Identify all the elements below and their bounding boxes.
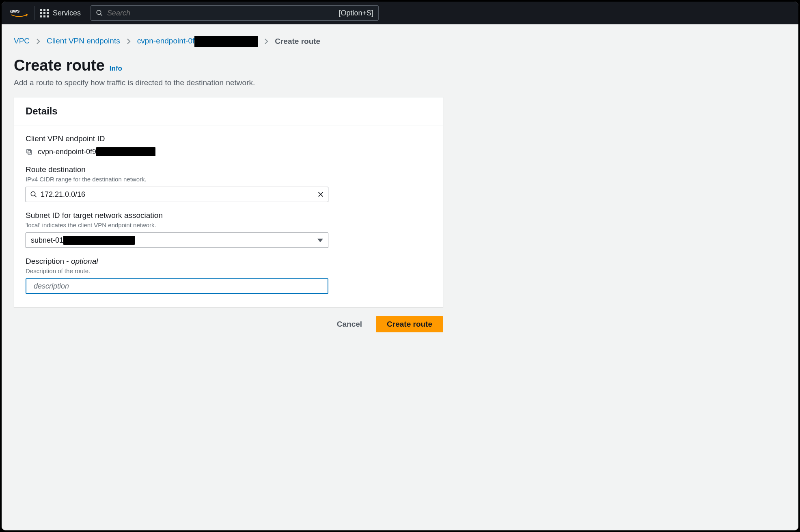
svg-rect-4 — [27, 149, 30, 153]
svg-line-2 — [100, 14, 102, 16]
global-search[interactable]: [Option+S] — [91, 5, 379, 21]
page-subtitle: Add a route to specify how traffic is di… — [14, 78, 786, 87]
subnet-id-help: 'local' indicates the client VPN endpoin… — [26, 222, 431, 228]
panel-title: Details — [26, 106, 431, 117]
subnet-id-label: Subnet ID for target network association — [26, 211, 431, 220]
search-input[interactable] — [103, 9, 339, 17]
endpoint-id-prefix: cvpn-endpoint-0f9 — [38, 148, 96, 156]
search-icon — [96, 9, 103, 17]
top-nav: aws Services [Option+S] — [2, 2, 798, 24]
page-title-row: Create route Info — [14, 57, 786, 74]
redacted-block — [63, 236, 135, 245]
cancel-button[interactable]: Cancel — [333, 317, 366, 332]
aws-logo[interactable]: aws — [10, 4, 28, 22]
breadcrumb: VPC Client VPN endpoints cvpn-endpoint-0… — [14, 36, 786, 47]
breadcrumb-endpoint-id-prefix[interactable]: cvpn-endpoint-0f — [137, 37, 195, 46]
description-input[interactable] — [30, 282, 323, 291]
description-label-optional: optional — [71, 257, 98, 265]
endpoint-id-label: Client VPN endpoint ID — [26, 134, 431, 143]
grid-icon — [40, 9, 49, 17]
services-label: Services — [53, 9, 81, 17]
chevron-right-icon — [264, 38, 268, 45]
route-destination-input[interactable] — [37, 190, 317, 199]
route-destination-label: Route destination — [26, 165, 431, 174]
route-destination-help: IPv4 CIDR range for the destination netw… — [26, 176, 431, 183]
svg-line-6 — [35, 195, 37, 197]
description-input-wrap[interactable] — [26, 278, 328, 294]
breadcrumb-endpoint-id[interactable]: cvpn-endpoint-0f — [137, 36, 258, 47]
subnet-id-prefix: subnet-01 — [31, 236, 63, 245]
subnet-id-selected: subnet-01 — [31, 236, 135, 245]
field-description: Description - optional Description of th… — [26, 257, 431, 294]
panel-body: Client VPN endpoint ID cvpn-endpoint-0f9… — [14, 125, 443, 307]
details-panel: Details Client VPN endpoint ID cvpn-endp… — [14, 97, 443, 307]
app-window: aws Services [Option+S] VPC Client VPN e… — [2, 2, 798, 530]
description-label-main: Description - — [26, 257, 71, 265]
breadcrumb-current: Create route — [275, 37, 320, 46]
redacted-block — [96, 147, 155, 156]
services-menu-button[interactable]: Services — [40, 9, 81, 17]
caret-down-icon — [317, 239, 323, 242]
breadcrumb-vpc[interactable]: VPC — [14, 37, 30, 46]
nav-divider — [34, 6, 35, 20]
svg-point-1 — [97, 10, 101, 15]
svg-point-5 — [31, 192, 35, 196]
create-route-button[interactable]: Create route — [376, 316, 443, 332]
form-actions: Cancel Create route — [14, 316, 443, 332]
endpoint-id-value: cvpn-endpoint-0f9 — [38, 147, 155, 156]
chevron-right-icon — [36, 38, 40, 45]
page-title: Create route — [14, 57, 105, 74]
description-label: Description - optional — [26, 257, 431, 266]
route-destination-input-wrap[interactable] — [26, 187, 328, 202]
subnet-id-select[interactable]: subnet-01 — [26, 233, 328, 248]
page-body: VPC Client VPN endpoints cvpn-endpoint-0… — [2, 24, 798, 530]
search-icon — [30, 191, 37, 198]
breadcrumb-client-vpn-endpoints[interactable]: Client VPN endpoints — [47, 37, 120, 46]
info-link[interactable]: Info — [110, 65, 122, 73]
svg-text:aws: aws — [10, 8, 20, 14]
copy-icon[interactable] — [26, 148, 33, 155]
description-help: Description of the route. — [26, 267, 431, 274]
clear-icon[interactable] — [317, 191, 324, 198]
chevron-right-icon — [127, 38, 131, 45]
svg-rect-3 — [28, 151, 32, 154]
search-hint: [Option+S] — [339, 9, 373, 17]
panel-header: Details — [14, 97, 443, 125]
field-subnet-id: Subnet ID for target network association… — [26, 211, 431, 248]
field-endpoint-id: Client VPN endpoint ID cvpn-endpoint-0f9 — [26, 134, 431, 156]
field-route-destination: Route destination IPv4 CIDR range for th… — [26, 165, 431, 202]
redacted-block — [194, 36, 258, 47]
